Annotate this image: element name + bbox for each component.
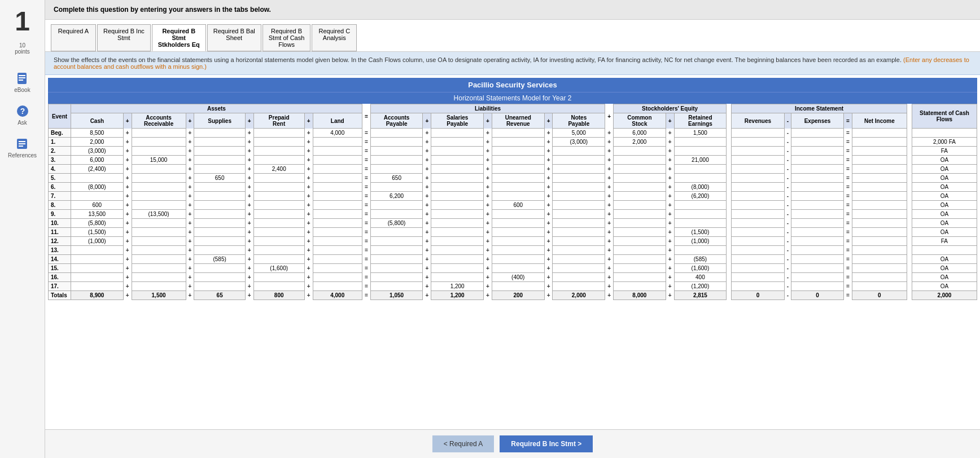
cell-col-ni[interactable] [852,246,907,255]
input-col-ap[interactable] [373,157,421,163]
cell-col-cash[interactable] [71,156,124,165]
input-col-pr[interactable] [256,265,302,271]
cell-col-np[interactable] [553,201,605,210]
tab-required-b-inc[interactable]: Required B IncStmt [97,24,151,51]
cell-col-np[interactable] [553,138,605,147]
input-col-np[interactable] [555,175,602,181]
input-col-ni[interactable] [855,229,904,235]
input-col-land[interactable] [316,157,360,163]
input-col-ar[interactable] [134,220,183,226]
input-col-exp[interactable] [794,256,841,262]
cell-col-re[interactable] [674,237,727,246]
input-col-ap[interactable] [373,175,421,181]
cell-col-rev[interactable] [732,192,784,201]
cell-col-re[interactable] [674,282,727,291]
cell-col-np[interactable] [553,183,605,192]
cell-col-ni[interactable] [852,237,907,246]
input-col-rev[interactable] [734,193,781,199]
cell-col-ar[interactable] [132,264,186,273]
input-col-ap[interactable] [373,265,421,271]
cell-col-ur[interactable] [492,192,544,201]
input-col-ap[interactable] [373,229,421,235]
cell-col-cs[interactable] [614,138,666,147]
input-col-ni[interactable] [855,211,904,217]
input-col-cf[interactable] [915,265,974,271]
cell-col-cash[interactable] [71,165,124,174]
cell-col-ur[interactable] [492,237,544,246]
input-col-ni[interactable] [855,220,904,226]
cell-col-ar[interactable] [132,138,186,147]
input-col-cs[interactable] [616,202,663,208]
input-col-np[interactable] [555,238,602,244]
input-col-np[interactable] [555,247,602,253]
input-col-sp[interactable] [434,184,481,190]
input-col-ur[interactable] [495,265,542,271]
input-col-sp[interactable] [434,211,481,217]
cell-col-cf[interactable] [912,246,977,255]
input-col-sup[interactable] [196,157,242,163]
input-col-ni[interactable] [855,247,904,253]
input-col-pr[interactable] [256,184,302,190]
input-col-re[interactable] [677,274,724,280]
cell-col-cf[interactable] [912,165,977,174]
input-col-ar[interactable] [134,265,183,271]
input-col-re[interactable] [677,238,724,244]
cell-col-cf[interactable] [912,129,977,138]
cell-col-sp[interactable] [431,147,484,156]
input-col-cash[interactable] [73,211,121,217]
input-col-exp[interactable] [794,139,841,145]
cell-col-np[interactable] [553,219,605,228]
input-col-land[interactable] [316,139,360,145]
cell-col-re[interactable] [674,129,727,138]
cell-col-re[interactable] [674,156,727,165]
cell-col-cf[interactable] [912,219,977,228]
input-col-ni[interactable] [855,274,904,280]
input-col-ap[interactable] [373,238,421,244]
input-col-cs[interactable] [616,265,663,271]
input-col-cash[interactable] [73,184,121,190]
cell-col-pr[interactable] [253,138,304,147]
cell-col-rev[interactable] [732,237,784,246]
input-col-cs[interactable] [616,229,663,235]
input-col-pr[interactable] [256,202,302,208]
input-col-land[interactable] [316,283,360,289]
cell-col-land[interactable] [313,192,362,201]
ebook-button[interactable]: eBook [14,72,30,93]
input-col-np[interactable] [555,130,602,136]
cell-col-land[interactable] [313,165,362,174]
input-col-rev[interactable] [734,256,781,262]
input-col-exp[interactable] [794,157,841,163]
cell-col-np[interactable] [553,156,605,165]
input-col-land[interactable] [316,175,360,181]
cell-col-np[interactable] [553,165,605,174]
cell-col-exp[interactable] [791,165,843,174]
cell-col-sp[interactable] [431,228,484,237]
input-col-land[interactable] [316,229,360,235]
cell-col-sp[interactable] [431,183,484,192]
cell-col-ar[interactable] [132,219,186,228]
input-col-cf[interactable] [915,202,974,208]
input-col-cash[interactable] [73,193,121,199]
cell-col-sp[interactable] [431,246,484,255]
cell-col-cash[interactable] [71,138,124,147]
input-col-exp[interactable] [794,247,841,253]
input-col-re[interactable] [677,283,724,289]
input-col-rev[interactable] [734,175,781,181]
cell-col-cf[interactable] [912,174,977,183]
cell-col-pr[interactable] [253,129,304,138]
input-col-ur[interactable] [495,283,542,289]
cell-col-sup[interactable] [194,255,245,264]
cell-col-exp[interactable] [791,237,843,246]
tab-required-b-stmt[interactable]: Required BStmtStkholders Eq [152,24,206,51]
input-col-ap[interactable] [373,211,421,217]
cell-col-cash[interactable] [71,228,124,237]
input-col-np[interactable] [555,202,602,208]
input-col-ar[interactable] [134,157,183,163]
references-button[interactable]: References [8,137,37,158]
cell-col-re[interactable] [674,192,727,201]
input-col-pr[interactable] [256,274,302,280]
cell-col-land[interactable] [313,174,362,183]
cell-col-re[interactable] [674,264,727,273]
cell-col-sp[interactable] [431,282,484,291]
input-col-np[interactable] [555,184,602,190]
